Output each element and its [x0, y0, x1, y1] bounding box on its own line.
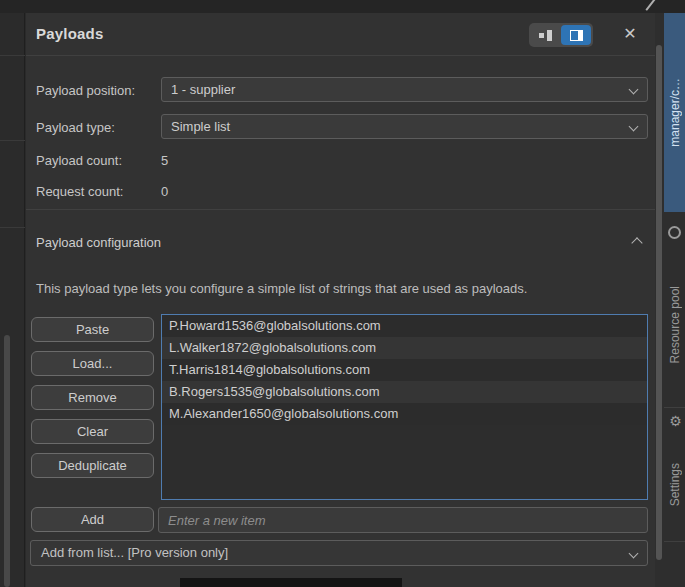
add-button[interactable]: Add — [31, 507, 154, 532]
chevron-down-icon — [629, 85, 639, 95]
new-item-input[interactable] — [158, 507, 648, 533]
settings-label: Settings — [668, 463, 682, 506]
maximized-layout-icon — [570, 30, 583, 41]
chevron-down-icon — [629, 549, 639, 559]
payload-list-item[interactable]: T.Harris1814@globalsolutions.com — [162, 359, 647, 381]
background-bottom-bar — [180, 578, 402, 587]
deduplicate-button[interactable]: Deduplicate — [31, 453, 154, 478]
chevron-down-icon — [629, 122, 639, 132]
add-from-list-select[interactable]: Add from list... [Pro version only] — [30, 540, 648, 566]
chevron-up-icon[interactable] — [631, 237, 642, 248]
divider — [0, 55, 25, 56]
clear-button[interactable]: Clear — [31, 419, 154, 444]
panel-scrollbar-thumb[interactable] — [656, 45, 662, 560]
divider — [0, 140, 25, 141]
load-button[interactable]: Load... — [31, 351, 154, 376]
payload-count-label: Payload count: — [36, 153, 122, 168]
request-count-label: Request count: — [36, 184, 123, 199]
payload-list-item[interactable]: M.Alexander1650@globalsolutions.com — [162, 403, 647, 425]
panel-header: Payloads ✕ — [26, 13, 655, 56]
payload-list[interactable]: P.Howard1536@globalsolutions.com L.Walke… — [161, 314, 648, 500]
divider — [26, 209, 655, 210]
panel-title: Payloads — [36, 25, 103, 42]
divider — [664, 541, 685, 542]
payload-type-select[interactable]: Simple list — [161, 114, 648, 139]
divider — [664, 407, 685, 408]
payload-type-label: Payload type: — [36, 120, 115, 135]
paste-button[interactable]: Paste — [31, 317, 154, 342]
payload-type-value: Simple list — [171, 119, 230, 134]
payload-position-value: 1 - supplier — [171, 82, 235, 97]
layout-toggle-group — [529, 23, 593, 47]
add-from-list-label: Add from list... [Pro version only] — [41, 545, 228, 560]
side-by-side-layout-icon — [539, 30, 553, 41]
pencil-icon — [645, 0, 656, 11]
payload-list-item[interactable]: B.Rogers1535@globalsolutions.com — [162, 381, 647, 403]
request-count-value: 0 — [161, 184, 168, 199]
payload-count-value: 5 — [161, 153, 168, 168]
right-sidebar: manager/c… Resource pool ⚙ Settings — [655, 13, 685, 587]
payload-list-item[interactable]: L.Walker1872@globalsolutions.com — [162, 337, 647, 359]
tab-active-attack[interactable]: manager/c… — [664, 13, 685, 212]
close-icon[interactable]: ✕ — [619, 23, 641, 45]
background-left-column — [0, 13, 25, 587]
layout-side-by-side-button[interactable] — [531, 25, 561, 45]
background-topbar — [0, 0, 685, 13]
tab-resource-pool[interactable]: Resource pool — [664, 245, 685, 405]
resource-pool-icon — [668, 226, 681, 239]
payload-list-item[interactable]: P.Howard1536@globalsolutions.com — [162, 315, 647, 337]
gear-icon: ⚙ — [665, 413, 685, 429]
remove-button[interactable]: Remove — [31, 385, 154, 410]
layout-maximized-button[interactable] — [561, 25, 591, 45]
payload-position-select[interactable]: 1 - supplier — [161, 77, 648, 102]
payload-configuration-title: Payload configuration — [36, 235, 161, 250]
divider — [0, 227, 25, 228]
app-window: Payloads ✕ Payload position: 1 - supplie… — [0, 0, 685, 587]
payload-position-label: Payload position: — [36, 83, 135, 98]
resource-pool-label: Resource pool — [668, 286, 682, 363]
tab-settings[interactable]: Settings — [664, 435, 685, 535]
attack-tab-label: manager/c… — [668, 78, 682, 147]
payloads-panel: Payloads ✕ Payload position: 1 - supplie… — [26, 13, 655, 587]
left-scrollbar-thumb[interactable] — [4, 335, 10, 587]
payload-configuration-description: This payload type lets you configure a s… — [36, 281, 646, 296]
